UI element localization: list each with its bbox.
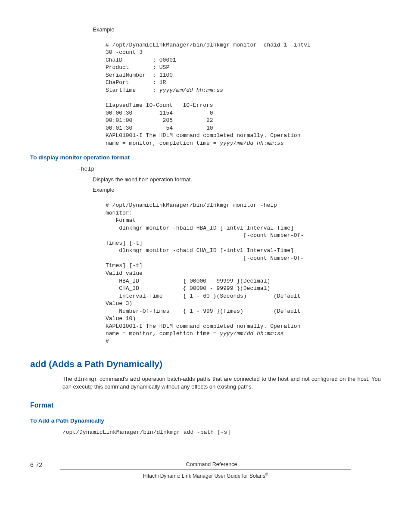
e1-l14i: :	[274, 140, 277, 146]
format-heading: Format	[30, 401, 381, 410]
add-path-heading: add (Adds a Path Dynamically)	[30, 358, 381, 370]
e1-l7c: /	[173, 87, 176, 93]
example2-code: # /opt/DynamicLinkManager/bin/dlnkmgr mo…	[106, 194, 381, 345]
e1-l7g: :	[203, 87, 206, 93]
e2-l6: Times] [-t]	[106, 240, 143, 246]
help-desc-c: operation format.	[148, 176, 192, 183]
help-term: -help	[78, 165, 381, 173]
add-path-description: The dlnkmgr command's add operation batc…	[62, 375, 381, 391]
example2-label: Example	[93, 186, 381, 194]
bp-c: command's	[98, 376, 130, 382]
e1-l14j: ss	[277, 140, 284, 146]
e1-l7d: mm	[176, 87, 183, 93]
e1-l7b: yyyy	[159, 87, 173, 93]
e2-l4: dlnkmgr monitor -hbaid HBA_ID [-intvl In…	[106, 225, 294, 231]
e1-l6: ChaPort : 1R	[106, 79, 166, 86]
e1-l14a: name = monitor, completion time =	[106, 140, 220, 146]
e2-l14: Value 3)	[106, 300, 132, 307]
display-monitor-format-heading: To display monitor operation format	[30, 154, 381, 162]
e2-l18g: :	[264, 330, 267, 337]
e2-l18h: mm	[267, 330, 274, 337]
e2-l17: KAPL01001-I The HDLM command completed n…	[106, 323, 300, 330]
add-command: /opt/DynamicLinkManager/bin/dlnkmgr add …	[62, 429, 381, 436]
e2-l18b: yyyy	[220, 330, 233, 337]
e2-l13: Interval-Time { 1 - 60 }(Seconds) (Defau…	[106, 293, 300, 299]
e2-l2: monitor:	[106, 210, 132, 216]
e2-l16: Value 10)	[106, 315, 136, 322]
e2-l7: dlnkmgr monitor -chaid CHA_ID [-intvl In…	[106, 247, 294, 254]
e2-l15: Number-Of-Times { 1 - 999 }(Times) (Defa…	[106, 308, 300, 314]
footer-sub-a: Hitachi Dynamic Link Manager User Guide …	[143, 473, 265, 479]
footer-title: Command Reference	[186, 461, 237, 467]
e1-l10: 00:00:30 1154 0	[106, 110, 213, 116]
bp-a: The	[62, 376, 74, 382]
e2-l1: # /opt/DynamicLinkManager/bin/dlnkmgr mo…	[106, 202, 277, 208]
e2-l18d: mm	[237, 330, 243, 337]
e1-l1: # /opt/DynamicLinkManager/bin/dlnkmgr mo…	[106, 42, 311, 48]
e2-l3: Format	[106, 217, 136, 224]
e1-l14h: mm	[267, 140, 274, 146]
bp-b: dlnkmgr	[74, 376, 98, 383]
e1-l14g: :	[264, 140, 267, 146]
e1-l3: ChaID : 00001	[106, 57, 176, 63]
e1-l14b: yyyy	[220, 140, 233, 146]
e2-l18j: ss	[277, 330, 284, 337]
e1-l14f: dd hh	[247, 140, 264, 146]
help-description: Displays the monitor operation format.	[93, 176, 381, 184]
help-desc-a: Displays the	[93, 176, 125, 183]
e1-l4: Product : USP	[106, 64, 169, 71]
e2-l9: Times] [-t]	[106, 262, 143, 269]
e2-l18f: dd hh	[247, 330, 264, 337]
e2-l5: [-count Number-Of-	[106, 232, 304, 239]
e1-l2: 30 -count 3	[106, 49, 143, 56]
page-footer: 6-72 Command Reference Hitachi Dynamic L…	[30, 461, 381, 479]
example1-label: Example	[93, 26, 381, 34]
e1-l7a: StartTime :	[106, 87, 159, 93]
e1-l13: KAPL01001-I The HDLM command completed n…	[106, 132, 300, 139]
footer-rule	[60, 470, 351, 470]
e1-l5: SerialNumber : 1100	[106, 72, 173, 78]
e2-l19: #	[106, 338, 109, 345]
e2-l18a: name = monitor, completion time =	[106, 330, 220, 337]
page-number: 6-72	[30, 461, 42, 470]
to-add-path-heading: To Add a Path Dynamically	[30, 417, 381, 425]
e1-l14e: /	[243, 140, 247, 146]
e1-l11: 00:01:00 205 22	[106, 117, 213, 124]
footer-subtitle: Hitachi Dynamic Link Manager User Guide …	[30, 472, 381, 480]
e2-l18i: :	[274, 330, 277, 337]
registered-icon: ®	[265, 472, 268, 476]
e2-l8: [-count Number-Of-	[106, 255, 304, 261]
e2-l10: Valid value	[106, 270, 143, 277]
e1-l12: 00:01:30 54 10	[106, 125, 213, 131]
e1-l7j: ss	[217, 87, 224, 93]
e1-l7h: mm	[206, 87, 213, 93]
e2-l18e: /	[243, 330, 247, 337]
help-desc-b: monitor	[125, 177, 148, 183]
e2-l11: HBA_ID { 00000 - 99999 }(Decimal)	[106, 278, 270, 284]
bp-d: add	[130, 376, 140, 383]
e1-l7i: :	[213, 87, 217, 93]
e1-l14d: mm	[237, 140, 243, 146]
e2-l12: CHA_ID { 00000 - 99999 }(Decimal)	[106, 285, 270, 292]
e1-l7f: dd hh	[186, 87, 203, 93]
example1-code: # /opt/DynamicLinkManager/bin/dlnkmgr mo…	[106, 34, 381, 147]
e1-l9: ElapsedTime IO-Count IO-Errors	[106, 102, 213, 109]
